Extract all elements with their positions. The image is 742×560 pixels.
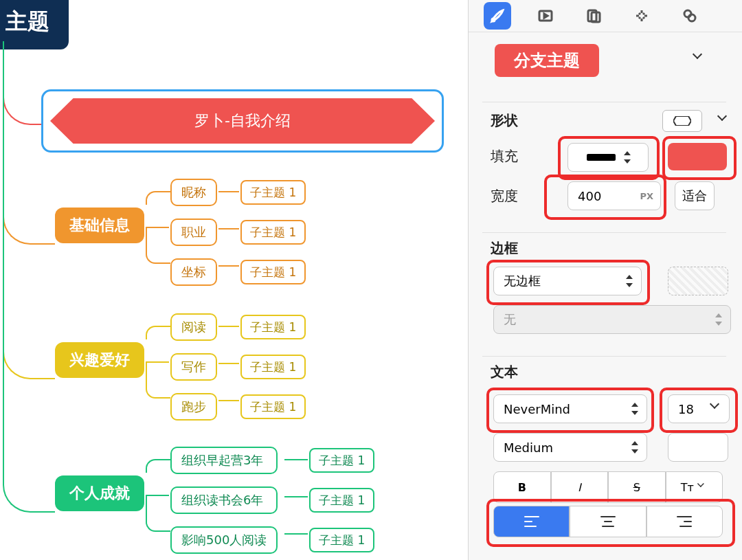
leaf-node[interactable]: 子主题 1 <box>240 220 306 245</box>
border-section-label: 边框 <box>491 239 518 258</box>
sub-label: 影响500人阅读 <box>181 532 267 548</box>
sub-node[interactable]: 组织早起营3年 <box>170 447 278 474</box>
branch-node[interactable]: 兴趣爱好 <box>55 342 144 378</box>
leaf-node[interactable]: 子主题 1 <box>240 260 306 284</box>
text-color-swatch[interactable] <box>668 433 728 462</box>
leaf-node[interactable]: 子主题 1 <box>309 488 374 513</box>
branch-label: 兴趣爱好 <box>69 350 130 370</box>
style-panel: 分支主题 形状 填充 宽度 400 PX 适合 边框 <box>468 0 742 560</box>
text-section-label: 文本 <box>491 363 518 381</box>
font-family-value: NeverMind <box>504 402 570 416</box>
tab-presentation[interactable] <box>532 2 559 30</box>
leaf-label: 子主题 1 <box>250 359 296 375</box>
border-line-value: 无 <box>504 311 516 328</box>
sub-label: 组织读书会6年 <box>181 492 263 508</box>
align-right-button[interactable] <box>647 506 723 537</box>
sub-node[interactable]: 坐标 <box>170 258 217 286</box>
topic-type-dropdown[interactable]: 分支主题 <box>495 44 715 78</box>
leaf-label: 子主题 1 <box>250 225 296 240</box>
sub-label: 坐标 <box>181 264 206 280</box>
branch-label: 个人成就 <box>69 483 130 504</box>
fill-label: 填充 <box>491 147 518 166</box>
sub-node[interactable]: 组织读书会6年 <box>170 486 278 514</box>
hexagon-icon <box>673 116 691 126</box>
font-family-select[interactable]: NeverMind <box>493 394 647 423</box>
leaf-label: 子主题 1 <box>319 493 365 508</box>
tab-style[interactable] <box>484 2 511 30</box>
width-value: 400 <box>578 189 601 203</box>
width-fit-label: 适合 <box>682 188 707 204</box>
sub-node[interactable]: 影响500人阅读 <box>170 526 278 554</box>
italic-label: I <box>578 481 581 494</box>
align-right-icon <box>677 516 692 527</box>
chevron-down-icon[interactable] <box>719 115 726 120</box>
width-label: 宽度 <box>491 187 518 205</box>
branch-node[interactable]: 基础信息 <box>55 208 144 243</box>
updown-icon <box>630 401 640 416</box>
leaf-label: 子主题 1 <box>319 453 365 469</box>
circles-icon <box>682 8 698 24</box>
sub-label: 写作 <box>181 359 206 375</box>
sub-label: 阅读 <box>181 319 206 335</box>
updown-icon <box>622 150 632 165</box>
leaf-node[interactable]: 子主题 1 <box>240 394 306 419</box>
strike-button[interactable]: S <box>608 471 666 503</box>
fill-pattern-select[interactable] <box>567 143 649 172</box>
sub-node[interactable]: 阅读 <box>170 313 217 341</box>
leaf-node[interactable]: 子主题 1 <box>309 448 374 473</box>
chevron-down-icon <box>711 403 722 414</box>
font-size-select[interactable]: 18 <box>668 394 730 423</box>
border-color-swatch[interactable] <box>668 267 728 295</box>
leaf-label: 子主题 1 <box>250 185 296 201</box>
selected-topic-label: 罗卜-自我介绍 <box>194 111 291 131</box>
leaf-node[interactable]: 子主题 1 <box>240 180 306 205</box>
shape-select[interactable] <box>662 110 702 132</box>
sub-label: 昵称 <box>181 184 206 201</box>
shape-label: 形状 <box>491 111 518 130</box>
tab-note[interactable] <box>580 2 607 30</box>
align-center-icon <box>600 516 616 527</box>
case-button[interactable]: Tᴛ <box>666 471 723 503</box>
fill-color-swatch[interactable] <box>668 143 727 170</box>
leaf-node[interactable]: 子主题 1 <box>309 528 374 552</box>
tab-structure[interactable] <box>628 2 655 30</box>
root-topic-label: 主题 <box>5 8 49 34</box>
width-input[interactable]: 400 PX <box>567 181 661 210</box>
sub-node[interactable]: 写作 <box>170 353 217 381</box>
width-fit-button[interactable]: 适合 <box>675 181 715 210</box>
align-left-icon <box>524 516 539 527</box>
chevron-down-icon <box>694 54 701 58</box>
sub-node[interactable]: 昵称 <box>170 179 217 206</box>
border-line-select: 无 <box>493 305 731 334</box>
updown-icon <box>630 440 640 455</box>
note-icon <box>585 8 602 24</box>
font-size-value: 18 <box>678 402 694 416</box>
leaf-node[interactable]: 子主题 1 <box>240 315 306 339</box>
align-left-button[interactable] <box>493 506 570 537</box>
branch-node[interactable]: 个人成就 <box>55 475 144 511</box>
sub-node[interactable]: 职业 <box>170 219 217 246</box>
align-center-button[interactable] <box>570 506 646 537</box>
sub-label: 组织早起营3年 <box>181 452 263 469</box>
font-weight-select[interactable]: Medium <box>493 433 647 462</box>
width-unit: PX <box>640 191 653 201</box>
border-style-value: 无边框 <box>504 273 541 289</box>
solid-fill-swatch-icon <box>587 154 616 161</box>
sub-node[interactable]: 跑步 <box>170 393 217 421</box>
selected-topic-node[interactable]: 罗卜-自我介绍 <box>41 89 444 153</box>
bold-label: B <box>518 481 526 494</box>
updown-icon <box>625 273 634 289</box>
italic-button[interactable]: I <box>551 471 609 503</box>
bold-button[interactable]: B <box>493 471 551 503</box>
sub-label: 跑步 <box>181 399 206 415</box>
leaf-label: 子主题 1 <box>250 399 296 415</box>
branch-label: 基础信息 <box>69 215 130 236</box>
play-icon <box>537 8 554 24</box>
border-style-select[interactable]: 无边框 <box>493 267 642 295</box>
tab-theme[interactable] <box>676 2 704 30</box>
updown-icon <box>714 312 723 327</box>
leaf-label: 子主题 1 <box>250 265 296 280</box>
case-label: Tᴛ <box>681 481 694 494</box>
panel-tabs <box>469 0 742 32</box>
leaf-node[interactable]: 子主题 1 <box>240 355 306 379</box>
